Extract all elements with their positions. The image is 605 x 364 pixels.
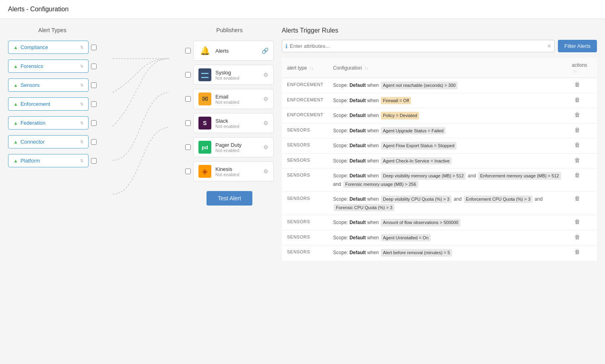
gear-icon-email[interactable]: ⚙ [263, 96, 268, 102]
sort-icon-platform: ⇅ [80, 158, 83, 163]
delete-button[interactable]: 🗑 [572, 156, 582, 164]
sort-icon-enforcement: ⇅ [80, 102, 83, 106]
alert-type-btn-connector[interactable]: ▲ Connector ⇅ [8, 135, 89, 148]
alert-type-row-platform: ▲ Platform ⇅ [8, 154, 97, 167]
publisher-info-email: Email Not enabled [215, 94, 259, 105]
alert-type-row-federation: ▲ Federation ⇅ [8, 116, 97, 130]
test-alert-button[interactable]: Test Alert [206, 191, 252, 206]
publishers-panel: Publishers 🔔 Alerts 🔗 ▬▬▬▬ Syslog Not en… [185, 27, 274, 355]
row-actions: 🗑 [567, 138, 597, 154]
row-config: Scope: Default when Agent not reachable … [328, 78, 567, 93]
alert-type-checkbox-enforcement[interactable] [91, 101, 97, 107]
gear-icon-kinesis[interactable]: ⚙ [263, 168, 268, 175]
publisher-status-kinesis: Not enabled [215, 172, 259, 177]
alert-type-btn-compliance[interactable]: ▲ Compliance ⇅ [8, 41, 89, 54]
sort-config-icon[interactable]: ↑↓ [364, 66, 368, 70]
delete-button[interactable]: 🗑 [572, 171, 582, 179]
publisher-checkbox-slack[interactable] [185, 120, 191, 126]
publisher-name-alerts: Alerts [215, 48, 258, 54]
publisher-checkbox-kinesis[interactable] [185, 169, 191, 174]
row-alert-type: SENSORS [282, 245, 328, 261]
row-actions: 🗑 [567, 153, 597, 169]
alert-type-btn-forensics[interactable]: ▲ Forensics ⇅ [8, 60, 89, 73]
alert-type-checkbox-federation[interactable] [91, 120, 97, 126]
delete-button[interactable]: 🗑 [572, 111, 582, 119]
alert-type-checkbox-sensors[interactable] [91, 82, 97, 88]
filter-clear-icon[interactable]: × [547, 43, 551, 50]
alert-type-btn-enforcement[interactable]: ▲ Enforcement ⇅ [8, 97, 89, 111]
gear-icon-syslog[interactable]: ⚙ [263, 72, 268, 78]
table-row: SENSORS Scope: Default when Amount of fl… [282, 215, 597, 230]
alert-type-btn-sensors[interactable]: ▲ Sensors ⇅ [8, 78, 89, 92]
publisher-card-syslog[interactable]: ▬▬▬▬ Syslog Not enabled ⚙ [193, 65, 274, 85]
publisher-name-syslog: Syslog [215, 70, 259, 76]
alert-type-row-connector: ▲ Connector ⇅ [8, 135, 97, 148]
rules-tbody: ENFORCEMENT Scope: Default when Agent no… [282, 78, 597, 261]
tree-icon-compliance: ▲ [13, 45, 18, 50]
alert-type-value: SENSORS [287, 142, 310, 147]
row-config: Scope: Default when Agent Upgrade Status… [328, 123, 567, 138]
publisher-status-pagerduty: Not enabled [215, 148, 259, 153]
row-actions: 🗑 [567, 245, 597, 261]
alert-type-value: SENSORS [287, 128, 310, 132]
delete-button[interactable]: 🗑 [572, 141, 582, 149]
alert-type-checkbox-platform[interactable] [91, 158, 97, 164]
alert-type-btn-platform[interactable]: ▲ Platform ⇅ [8, 154, 89, 167]
sort-icon-sensors: ⇅ [80, 83, 83, 87]
alert-type-value: ENFORCEMENT [287, 97, 323, 102]
delete-button[interactable]: 🗑 [572, 126, 582, 134]
publisher-status-slack: Not enabled [215, 124, 259, 129]
col-actions: actions ↑↓ [567, 58, 597, 78]
alert-type-value: SENSORS [287, 196, 310, 201]
publisher-info-kinesis: Kinesis Not enabled [215, 166, 259, 177]
tree-icon-enforcement: ▲ [13, 101, 18, 107]
gear-icon-slack[interactable]: ⚙ [263, 120, 268, 126]
publisher-checkbox-alerts[interactable] [185, 48, 191, 53]
publisher-row-pagerduty: pd Pager Duty Not enabled ⚙ [185, 137, 274, 157]
tree-icon-sensors: ▲ [13, 82, 18, 88]
publisher-card-slack[interactable]: S Slack Not enabled ⚙ [193, 113, 274, 133]
delete-button[interactable]: 🗑 [572, 248, 582, 256]
page-title: Alerts - Configuration [8, 6, 68, 12]
table-row: SENSORS Scope: Default when Agent Upgrad… [282, 123, 597, 138]
alert-type-checkbox-forensics[interactable] [91, 64, 97, 69]
rules-table: alert type ↑↓ Configuration ↑↓ actions ↑… [282, 58, 597, 261]
delete-button[interactable]: 🗑 [572, 80, 582, 88]
table-row: ENFORCEMENT Scope: Default when Policy =… [282, 108, 597, 123]
publisher-card-alerts[interactable]: 🔔 Alerts 🔗 [193, 41, 274, 61]
table-row: SENSORS Scope: Default when Deep visibil… [282, 192, 597, 215]
filter-input[interactable] [290, 40, 547, 52]
col-alert-type: alert type ↑↓ [282, 58, 328, 78]
filter-alerts-button[interactable]: Filter Alerts [558, 40, 597, 52]
alert-type-row-compliance: ▲ Compliance ⇅ [8, 41, 97, 54]
publisher-checkbox-syslog[interactable] [185, 72, 191, 78]
row-alert-type: ENFORCEMENT [282, 78, 328, 93]
publisher-checkbox-email[interactable] [185, 96, 191, 102]
sort-actions-icon[interactable]: ↑↓ [573, 69, 577, 73]
publisher-card-email[interactable]: ✉ Email Not enabled ⚙ [193, 89, 274, 109]
tree-icon-connector: ▲ [13, 139, 18, 145]
config-text: Scope: Default when Amount of flow obser… [333, 220, 461, 225]
row-actions: 🗑 [567, 93, 597, 108]
alert-type-checkbox-connector[interactable] [91, 139, 97, 145]
delete-button[interactable]: 🗑 [572, 96, 582, 104]
alert-type-btn-federation[interactable]: ▲ Federation ⇅ [8, 116, 89, 130]
syslog-icon: ▬▬▬▬ [198, 68, 211, 81]
gear-icon-pagerduty[interactable]: ⚙ [263, 144, 268, 150]
row-alert-type: SENSORS [282, 169, 328, 192]
sort-alert-type-icon[interactable]: ↑↓ [310, 66, 314, 70]
alert-type-checkbox-compliance[interactable] [91, 45, 97, 50]
delete-button[interactable]: 🗑 [572, 194, 582, 202]
row-actions: 🗑 [567, 215, 597, 230]
delete-button[interactable]: 🗑 [572, 233, 582, 241]
alert-types-title: Alert Types [8, 27, 97, 33]
publishers-title: Publishers [185, 27, 274, 33]
publisher-card-pagerduty[interactable]: pd Pager Duty Not enabled ⚙ [193, 137, 274, 157]
row-config: Scope: Default when Deep visibility CPU … [328, 192, 567, 215]
filter-input-wrap: ℹ × [282, 40, 555, 52]
kinesis-icon: ◈ [198, 165, 211, 178]
link-icon[interactable]: 🔗 [262, 47, 268, 54]
publisher-card-kinesis[interactable]: ◈ Kinesis Not enabled ⚙ [193, 161, 274, 181]
publisher-checkbox-pagerduty[interactable] [185, 144, 191, 150]
delete-button[interactable]: 🗑 [572, 218, 582, 226]
